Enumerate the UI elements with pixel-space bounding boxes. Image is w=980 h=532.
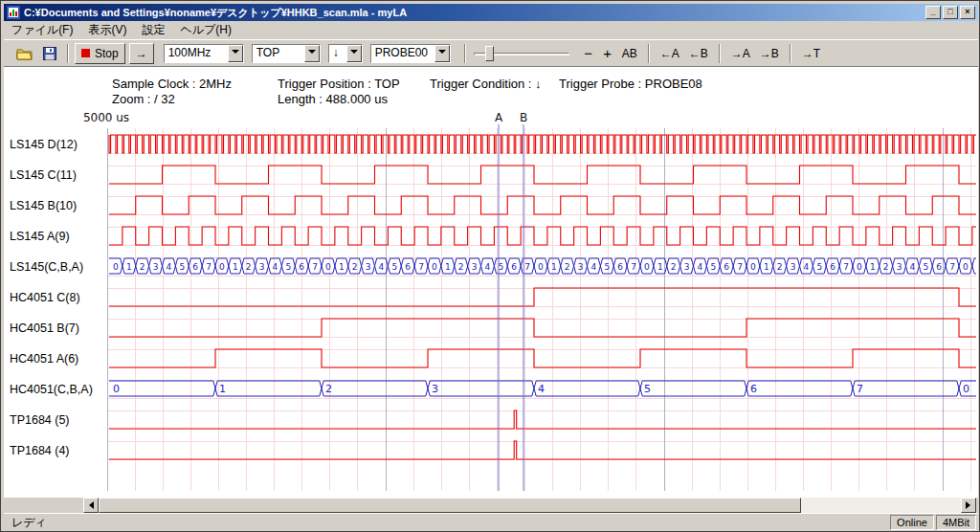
scroll-right-button[interactable] — [961, 498, 976, 513]
status-online: Online — [890, 515, 934, 530]
close-button[interactable]: × — [960, 6, 975, 19]
minimize-button[interactable]: _ — [925, 6, 941, 19]
ab-range-button[interactable]: AB — [617, 43, 642, 64]
svg-text:4: 4 — [804, 262, 810, 272]
svg-text:0: 0 — [644, 262, 650, 272]
goto-a-right-button[interactable]: →A — [726, 43, 755, 64]
svg-text:4: 4 — [167, 262, 172, 272]
zoom-out-button[interactable]: − — [579, 43, 598, 64]
svg-text:7: 7 — [312, 262, 318, 272]
svg-text:7: 7 — [418, 262, 424, 272]
svg-text:4: 4 — [910, 262, 916, 272]
stop-icon — [81, 49, 90, 57]
svg-text:3: 3 — [472, 262, 478, 272]
markers: AB — [495, 111, 527, 491]
open-button[interactable] — [11, 43, 38, 64]
waveform-svg: 5000 us012345670123456701234567012345670… — [4, 67, 976, 498]
trigger-edge-select[interactable]: ↓ — [328, 44, 363, 63]
svg-text:1: 1 — [657, 262, 663, 272]
svg-text:0: 0 — [963, 262, 969, 272]
svg-text:5: 5 — [710, 262, 716, 272]
menu-settings[interactable]: 設定 — [134, 20, 172, 40]
zoom-in-button[interactable]: + — [598, 43, 617, 64]
svg-text:0: 0 — [325, 262, 331, 272]
maximize-button[interactable]: □ — [943, 6, 958, 19]
svg-text:0: 0 — [538, 262, 544, 272]
svg-text:4: 4 — [273, 262, 278, 272]
run-button[interactable]: → — [129, 43, 154, 64]
svg-text:2: 2 — [140, 262, 145, 272]
chevron-down-icon[interactable] — [228, 45, 243, 62]
svg-text:1: 1 — [445, 262, 451, 272]
svg-text:6: 6 — [724, 262, 729, 272]
svg-text:3: 3 — [684, 262, 690, 272]
sample-clock-select[interactable]: 100MHz — [164, 44, 244, 63]
marker-a-label: A — [495, 111, 503, 124]
chevron-down-icon[interactable] — [304, 45, 320, 62]
svg-text:1: 1 — [126, 262, 132, 272]
svg-text:7: 7 — [949, 262, 955, 272]
svg-text:6: 6 — [617, 262, 623, 272]
goto-b-right-button[interactable]: →B — [755, 43, 784, 64]
zoom-slider-thumb[interactable] — [485, 46, 494, 61]
svg-text:1: 1 — [764, 262, 769, 272]
svg-text:1: 1 — [870, 262, 876, 272]
chevron-down-icon[interactable] — [434, 45, 450, 62]
trigger-position-select[interactable]: TOP — [252, 44, 321, 63]
toolbar: Stop → 100MHz TOP ↓ PROBE00 − + AB ←A ←B… — [4, 39, 978, 67]
goto-trigger-button[interactable]: →T — [797, 43, 825, 64]
svg-text:3: 3 — [366, 262, 371, 272]
svg-text:7: 7 — [843, 262, 849, 272]
svg-text:6: 6 — [192, 262, 198, 272]
svg-text:5: 5 — [816, 262, 822, 272]
svg-text:3: 3 — [791, 262, 796, 272]
svg-text:7: 7 — [857, 383, 863, 395]
svg-text:4: 4 — [591, 262, 597, 272]
svg-text:7: 7 — [524, 262, 530, 272]
svg-text:3: 3 — [897, 262, 902, 272]
svg-text:5: 5 — [391, 262, 397, 272]
svg-text:6: 6 — [830, 262, 835, 272]
marker-b-label: B — [520, 111, 527, 124]
svg-text:6: 6 — [299, 262, 304, 272]
open-folder-icon — [16, 47, 33, 60]
svg-text:1: 1 — [339, 262, 345, 272]
horizontal-scrollbar[interactable] — [4, 498, 978, 513]
titlebar[interactable]: C:¥Documents and Settings¥noname¥デスクトップ¥… — [4, 4, 978, 21]
svg-text:2: 2 — [246, 262, 252, 272]
svg-text:5: 5 — [179, 262, 185, 272]
svg-text:2: 2 — [458, 262, 464, 272]
statusbar: レディ Online 4MBit — [4, 513, 978, 531]
chevron-down-icon[interactable] — [346, 45, 362, 62]
goto-b-left-button[interactable]: ←B — [684, 43, 713, 64]
svg-text:0: 0 — [219, 262, 225, 272]
svg-text:2: 2 — [671, 262, 677, 272]
bus-trace: 012345670 — [109, 381, 976, 396]
save-button[interactable] — [38, 43, 61, 64]
toolbar-separator — [719, 44, 721, 63]
menu-help[interactable]: ヘルプ(H) — [172, 20, 239, 40]
window-controls: _ □ × — [925, 6, 975, 19]
menu-view[interactable]: 表示(V) — [80, 20, 134, 40]
triangle-left-icon — [85, 501, 94, 509]
svg-text:6: 6 — [936, 262, 942, 272]
menubar: ファイル(F) 表示(V) 設定 ヘルプ(H) — [4, 21, 978, 39]
zoom-slider[interactable] — [474, 43, 569, 64]
svg-text:3: 3 — [259, 262, 265, 272]
svg-text:4: 4 — [379, 262, 385, 272]
goto-a-left-button[interactable]: ←A — [656, 43, 684, 64]
stop-button[interactable]: Stop — [75, 43, 125, 64]
trigger-probe-select[interactable]: PROBE00 — [370, 44, 451, 63]
scrollbar-thumb[interactable] — [99, 498, 801, 513]
toolbar-separator — [464, 44, 466, 63]
svg-text:5: 5 — [285, 262, 291, 272]
svg-text:7: 7 — [737, 262, 743, 272]
window-title: C:¥Documents and Settings¥noname¥デスクトップ¥… — [24, 6, 925, 20]
menu-file[interactable]: ファイル(F) — [4, 20, 80, 40]
svg-text:5: 5 — [923, 262, 928, 272]
triangle-right-icon — [966, 501, 974, 509]
bus-trace: 0123456701234567012345670123456701234567… — [109, 258, 976, 274]
scroll-left-button[interactable] — [83, 498, 99, 513]
svg-text:5: 5 — [644, 383, 651, 395]
svg-text:3: 3 — [578, 262, 584, 272]
